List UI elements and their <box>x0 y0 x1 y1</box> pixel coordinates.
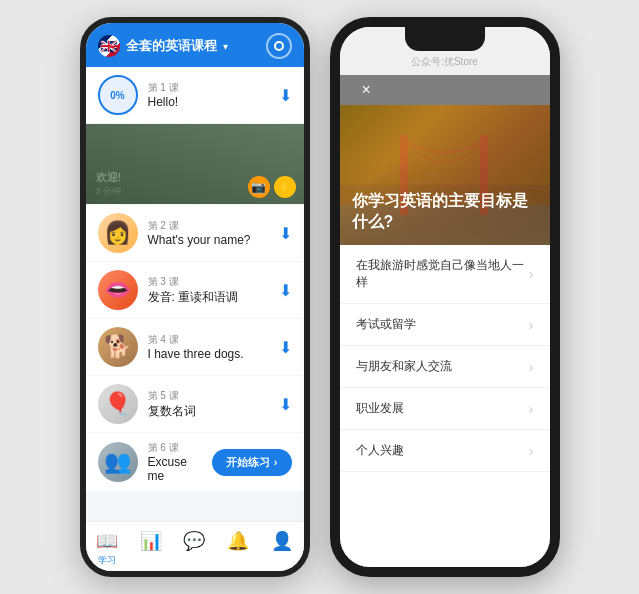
modal-overlay: × 你学习英语的主要目标是什么? 在我旅游时感觉自己像当地 <box>340 75 550 567</box>
lesson-avatar-5: 🎈 <box>98 384 138 424</box>
bell-icon: 🔔 <box>227 530 249 552</box>
header-left: 🇬🇧 全套的英语课程 ▾ <box>98 35 228 57</box>
phone1: 🇬🇧 全套的英语课程 ▾ 0% 第 1 课 Hello! ⬇ 欢迎! 3 分钟 <box>80 17 310 577</box>
lesson-name-2: What's your name? <box>148 233 269 247</box>
lesson-name-3: 发音: 重读和语调 <box>148 289 269 306</box>
lesson-info-5: 第 5 课 复数名词 <box>148 389 269 420</box>
chevron-right-icon-2: › <box>529 317 534 333</box>
option-text-2: 考试或留学 <box>356 316 416 333</box>
chevron-right-icon-3: › <box>529 359 534 375</box>
phone-notch <box>405 27 485 51</box>
lesson-num-3: 第 3 课 <box>148 275 269 289</box>
option-text-3: 与朋友和家人交流 <box>356 358 452 375</box>
option-text-4: 职业发展 <box>356 400 404 417</box>
lesson-name-4: I have three dogs. <box>148 347 269 361</box>
chevron-right-icon-1: › <box>529 266 534 282</box>
lesson-num-1: 第 1 课 <box>148 81 269 95</box>
header-title: 全套的英语课程 <box>126 37 217 55</box>
modal-options: 在我旅游时感觉自己像当地人一样 › 考试或留学 › 与朋友和家人交流 › 职业发… <box>340 245 550 567</box>
lesson-info-2: 第 2 课 What's your name? <box>148 219 269 247</box>
lesson-name-6: Excuse me <box>148 455 202 483</box>
badge-orange: 📷 <box>248 176 270 198</box>
badge-yellow: ⚡ <box>274 176 296 198</box>
lesson-info-6: 第 6 课 Excuse me <box>148 441 202 483</box>
timer-icon <box>266 33 292 59</box>
chevron-down-icon: ▾ <box>223 41 228 52</box>
lesson-row[interactable]: 👩 第 2 课 What's your name? ⬇ <box>86 205 304 261</box>
flag-icon: 🇬🇧 <box>98 35 120 57</box>
banner-icons: 📷 ⚡ <box>248 176 296 198</box>
option-row[interactable]: 职业发展 › <box>340 388 550 430</box>
lesson-avatar-3: 👄 <box>98 270 138 310</box>
lesson-row[interactable]: 👥 第 6 课 Excuse me 开始练习 › <box>86 433 304 491</box>
lesson-avatar-1: 0% <box>98 75 138 115</box>
phone1-header: 🇬🇧 全套的英语课程 ▾ <box>86 23 304 67</box>
option-row[interactable]: 个人兴趣 › <box>340 430 550 472</box>
profile-icon: 👤 <box>271 530 293 552</box>
lesson-info-3: 第 3 课 发音: 重读和语调 <box>148 275 269 306</box>
download-icon-2[interactable]: ⬇ <box>279 224 292 243</box>
watermark-text: 公众号:优Store <box>411 56 478 67</box>
footer-item-stats[interactable]: 📊 <box>140 530 162 567</box>
chevron-right-icon-5: › <box>529 443 534 459</box>
option-text-5: 个人兴趣 <box>356 442 404 459</box>
lesson-avatar-6: 👥 <box>98 442 138 482</box>
lesson-num-4: 第 4 课 <box>148 333 269 347</box>
footer-label-learn: 学习 <box>98 554 116 567</box>
lesson-row[interactable]: 👄 第 3 课 发音: 重读和语调 ⬇ <box>86 262 304 318</box>
modal-hero-title: 你学习英语的主要目标是什么? <box>352 191 538 233</box>
option-row[interactable]: 在我旅游时感觉自己像当地人一样 › <box>340 245 550 304</box>
stats-icon: 📊 <box>140 530 162 552</box>
lesson-info-1: 第 1 课 Hello! <box>148 81 269 109</box>
lesson-row[interactable]: 🐕 第 4 课 I have three dogs. ⬇ <box>86 319 304 375</box>
book-icon: 📖 <box>96 530 118 552</box>
start-practice-button[interactable]: 开始练习 › <box>212 449 292 476</box>
option-row[interactable]: 考试或留学 › <box>340 304 550 346</box>
download-icon-4[interactable]: ⬇ <box>279 338 292 357</box>
lesson-avatar-2: 👩 <box>98 213 138 253</box>
lesson-num-6: 第 6 课 <box>148 441 202 455</box>
footer-item-profile[interactable]: 👤 <box>271 530 293 567</box>
download-icon-5[interactable]: ⬇ <box>279 395 292 414</box>
download-icon-3[interactable]: ⬇ <box>279 281 292 300</box>
lesson-avatar-4: 🐕 <box>98 327 138 367</box>
footer-item-bell[interactable]: 🔔 <box>227 530 249 567</box>
option-row[interactable]: 与朋友和家人交流 › <box>340 346 550 388</box>
lesson-name-1: Hello! <box>148 95 269 109</box>
footer-item-chat[interactable]: 💬 <box>183 530 205 567</box>
footer-item-learn[interactable]: 📖 学习 <box>96 530 118 567</box>
lesson-name-5: 复数名词 <box>148 403 269 420</box>
lesson-info-4: 第 4 课 I have three dogs. <box>148 333 269 361</box>
lesson-num-2: 第 2 课 <box>148 219 269 233</box>
timer-circle <box>274 41 284 51</box>
chevron-right-icon-4: › <box>529 401 534 417</box>
chat-icon: 💬 <box>183 530 205 552</box>
modal-hero: 你学习英语的主要目标是什么? <box>340 105 550 245</box>
download-icon-1[interactable]: ⬇ <box>279 86 292 105</box>
phone2: 公众号:优Store × 你学习英语的主要目标是什么? <box>330 17 560 577</box>
close-button[interactable]: × <box>350 73 383 106</box>
lesson-row[interactable]: 0% 第 1 课 Hello! ⬇ <box>86 67 304 123</box>
welcome-banner: 欢迎! 3 分钟 📷 ⚡ <box>86 124 304 204</box>
lesson-row[interactable]: 🎈 第 5 课 复数名词 ⬇ <box>86 376 304 432</box>
lesson-num-5: 第 5 课 <box>148 389 269 403</box>
lessons-list: 0% 第 1 课 Hello! ⬇ 欢迎! 3 分钟 📷 ⚡ 👩 第 <box>86 67 304 521</box>
option-text-1: 在我旅游时感觉自己像当地人一样 <box>356 257 529 291</box>
phone1-footer: 📖 学习 📊 💬 🔔 👤 <box>86 521 304 571</box>
